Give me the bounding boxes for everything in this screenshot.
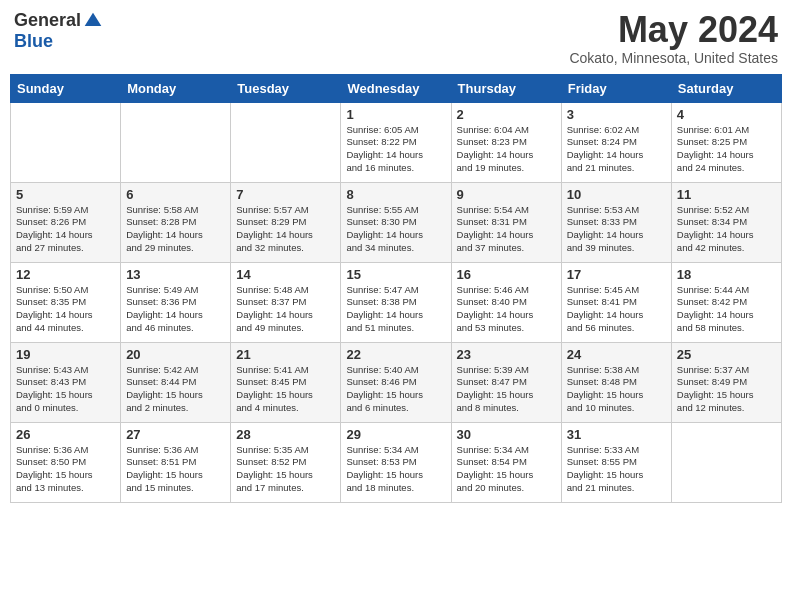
day-number: 8 (346, 187, 445, 202)
day-info: Sunrise: 5:58 AM Sunset: 8:28 PM Dayligh… (126, 204, 225, 255)
calendar-cell: 8Sunrise: 5:55 AM Sunset: 8:30 PM Daylig… (341, 182, 451, 262)
day-info: Sunrise: 5:37 AM Sunset: 8:49 PM Dayligh… (677, 364, 776, 415)
calendar-cell: 5Sunrise: 5:59 AM Sunset: 8:26 PM Daylig… (11, 182, 121, 262)
calendar-cell: 4Sunrise: 6:01 AM Sunset: 8:25 PM Daylig… (671, 102, 781, 182)
day-info: Sunrise: 5:38 AM Sunset: 8:48 PM Dayligh… (567, 364, 666, 415)
day-info: Sunrise: 5:59 AM Sunset: 8:26 PM Dayligh… (16, 204, 115, 255)
calendar-cell (671, 422, 781, 502)
day-info: Sunrise: 6:02 AM Sunset: 8:24 PM Dayligh… (567, 124, 666, 175)
calendar-cell: 13Sunrise: 5:49 AM Sunset: 8:36 PM Dayli… (121, 262, 231, 342)
day-info: Sunrise: 5:42 AM Sunset: 8:44 PM Dayligh… (126, 364, 225, 415)
calendar-cell: 9Sunrise: 5:54 AM Sunset: 8:31 PM Daylig… (451, 182, 561, 262)
calendar-cell: 20Sunrise: 5:42 AM Sunset: 8:44 PM Dayli… (121, 342, 231, 422)
calendar-cell: 27Sunrise: 5:36 AM Sunset: 8:51 PM Dayli… (121, 422, 231, 502)
day-info: Sunrise: 5:55 AM Sunset: 8:30 PM Dayligh… (346, 204, 445, 255)
calendar-cell: 11Sunrise: 5:52 AM Sunset: 8:34 PM Dayli… (671, 182, 781, 262)
day-info: Sunrise: 5:34 AM Sunset: 8:54 PM Dayligh… (457, 444, 556, 495)
calendar-table: SundayMondayTuesdayWednesdayThursdayFrid… (10, 74, 782, 503)
day-of-week-header: Monday (121, 74, 231, 102)
day-info: Sunrise: 6:05 AM Sunset: 8:22 PM Dayligh… (346, 124, 445, 175)
day-number: 4 (677, 107, 776, 122)
day-number: 3 (567, 107, 666, 122)
day-number: 26 (16, 427, 115, 442)
calendar-cell: 10Sunrise: 5:53 AM Sunset: 8:33 PM Dayli… (561, 182, 671, 262)
day-of-week-header: Sunday (11, 74, 121, 102)
title-area: May 2024 Cokato, Minnesota, United State… (569, 10, 778, 66)
calendar-cell: 25Sunrise: 5:37 AM Sunset: 8:49 PM Dayli… (671, 342, 781, 422)
day-info: Sunrise: 5:45 AM Sunset: 8:41 PM Dayligh… (567, 284, 666, 335)
day-number: 31 (567, 427, 666, 442)
day-number: 7 (236, 187, 335, 202)
day-number: 22 (346, 347, 445, 362)
calendar-cell: 14Sunrise: 5:48 AM Sunset: 8:37 PM Dayli… (231, 262, 341, 342)
day-number: 23 (457, 347, 556, 362)
calendar-cell: 28Sunrise: 5:35 AM Sunset: 8:52 PM Dayli… (231, 422, 341, 502)
logo-general: General (14, 10, 81, 31)
day-of-week-header: Friday (561, 74, 671, 102)
logo-blue: Blue (14, 31, 53, 52)
day-number: 28 (236, 427, 335, 442)
calendar-cell: 15Sunrise: 5:47 AM Sunset: 8:38 PM Dayli… (341, 262, 451, 342)
day-info: Sunrise: 5:34 AM Sunset: 8:53 PM Dayligh… (346, 444, 445, 495)
day-number: 11 (677, 187, 776, 202)
logo-icon (83, 11, 103, 31)
day-number: 9 (457, 187, 556, 202)
day-of-week-header: Wednesday (341, 74, 451, 102)
day-number: 15 (346, 267, 445, 282)
day-number: 21 (236, 347, 335, 362)
svg-marker-0 (85, 12, 102, 25)
day-of-week-header: Thursday (451, 74, 561, 102)
day-info: Sunrise: 5:48 AM Sunset: 8:37 PM Dayligh… (236, 284, 335, 335)
day-number: 16 (457, 267, 556, 282)
calendar-cell: 22Sunrise: 5:40 AM Sunset: 8:46 PM Dayli… (341, 342, 451, 422)
day-info: Sunrise: 5:35 AM Sunset: 8:52 PM Dayligh… (236, 444, 335, 495)
month-title: May 2024 (569, 10, 778, 50)
calendar-cell: 26Sunrise: 5:36 AM Sunset: 8:50 PM Dayli… (11, 422, 121, 502)
day-number: 12 (16, 267, 115, 282)
calendar-cell: 3Sunrise: 6:02 AM Sunset: 8:24 PM Daylig… (561, 102, 671, 182)
day-number: 5 (16, 187, 115, 202)
day-number: 10 (567, 187, 666, 202)
day-info: Sunrise: 5:54 AM Sunset: 8:31 PM Dayligh… (457, 204, 556, 255)
day-number: 24 (567, 347, 666, 362)
calendar-cell (121, 102, 231, 182)
day-number: 2 (457, 107, 556, 122)
day-info: Sunrise: 5:50 AM Sunset: 8:35 PM Dayligh… (16, 284, 115, 335)
day-info: Sunrise: 5:36 AM Sunset: 8:50 PM Dayligh… (16, 444, 115, 495)
calendar-cell: 21Sunrise: 5:41 AM Sunset: 8:45 PM Dayli… (231, 342, 341, 422)
day-number: 18 (677, 267, 776, 282)
calendar-cell: 24Sunrise: 5:38 AM Sunset: 8:48 PM Dayli… (561, 342, 671, 422)
calendar-cell: 30Sunrise: 5:34 AM Sunset: 8:54 PM Dayli… (451, 422, 561, 502)
day-of-week-header: Tuesday (231, 74, 341, 102)
page-header: General Blue May 2024 Cokato, Minnesota,… (10, 10, 782, 66)
day-of-week-header: Saturday (671, 74, 781, 102)
calendar-cell: 6Sunrise: 5:58 AM Sunset: 8:28 PM Daylig… (121, 182, 231, 262)
day-info: Sunrise: 5:33 AM Sunset: 8:55 PM Dayligh… (567, 444, 666, 495)
location: Cokato, Minnesota, United States (569, 50, 778, 66)
day-number: 27 (126, 427, 225, 442)
day-info: Sunrise: 6:01 AM Sunset: 8:25 PM Dayligh… (677, 124, 776, 175)
calendar-cell: 7Sunrise: 5:57 AM Sunset: 8:29 PM Daylig… (231, 182, 341, 262)
day-info: Sunrise: 5:46 AM Sunset: 8:40 PM Dayligh… (457, 284, 556, 335)
calendar-cell: 23Sunrise: 5:39 AM Sunset: 8:47 PM Dayli… (451, 342, 561, 422)
day-number: 1 (346, 107, 445, 122)
day-info: Sunrise: 6:04 AM Sunset: 8:23 PM Dayligh… (457, 124, 556, 175)
day-info: Sunrise: 5:53 AM Sunset: 8:33 PM Dayligh… (567, 204, 666, 255)
day-number: 13 (126, 267, 225, 282)
calendar-cell: 29Sunrise: 5:34 AM Sunset: 8:53 PM Dayli… (341, 422, 451, 502)
day-info: Sunrise: 5:47 AM Sunset: 8:38 PM Dayligh… (346, 284, 445, 335)
day-info: Sunrise: 5:39 AM Sunset: 8:47 PM Dayligh… (457, 364, 556, 415)
calendar-cell: 31Sunrise: 5:33 AM Sunset: 8:55 PM Dayli… (561, 422, 671, 502)
calendar-cell: 17Sunrise: 5:45 AM Sunset: 8:41 PM Dayli… (561, 262, 671, 342)
calendar-cell: 19Sunrise: 5:43 AM Sunset: 8:43 PM Dayli… (11, 342, 121, 422)
day-info: Sunrise: 5:52 AM Sunset: 8:34 PM Dayligh… (677, 204, 776, 255)
calendar-cell (231, 102, 341, 182)
day-number: 25 (677, 347, 776, 362)
day-number: 17 (567, 267, 666, 282)
day-info: Sunrise: 5:44 AM Sunset: 8:42 PM Dayligh… (677, 284, 776, 335)
day-info: Sunrise: 5:49 AM Sunset: 8:36 PM Dayligh… (126, 284, 225, 335)
day-info: Sunrise: 5:36 AM Sunset: 8:51 PM Dayligh… (126, 444, 225, 495)
calendar-cell: 18Sunrise: 5:44 AM Sunset: 8:42 PM Dayli… (671, 262, 781, 342)
calendar-cell: 12Sunrise: 5:50 AM Sunset: 8:35 PM Dayli… (11, 262, 121, 342)
day-number: 30 (457, 427, 556, 442)
